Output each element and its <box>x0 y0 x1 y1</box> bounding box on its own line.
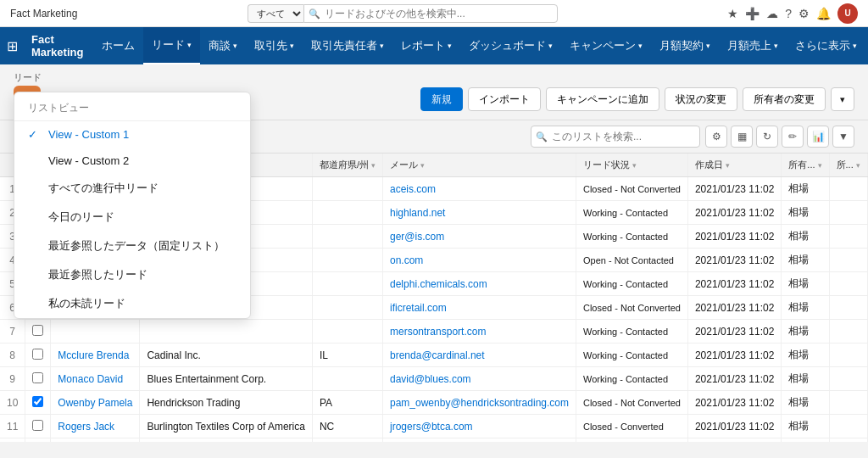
dropdown-item[interactable]: 最近参照したデータ（固定リスト） <box>14 232 250 260</box>
email-cell[interactable]: ificretail.com <box>383 296 576 320</box>
email-link[interactable]: david@blues.com <box>390 373 471 385</box>
email-cell[interactable]: ksynder@tnr.net <box>383 438 576 443</box>
star-icon[interactable]: ★ <box>727 7 738 20</box>
import-button[interactable]: インポート <box>468 87 541 111</box>
email-cell[interactable]: david@blues.com <box>383 367 576 391</box>
change-owner-button[interactable]: 所有者の変更 <box>743 87 826 111</box>
search-list-wrap: 🔍 <box>531 126 700 148</box>
email-cell[interactable]: delphi.chemicals.com <box>383 272 576 296</box>
owner-cell: 相場 <box>782 177 829 201</box>
nav-item-monthly-contract[interactable]: 月額契約 ▾ <box>651 27 719 64</box>
nav-item-monthly-sales[interactable]: 月額売上 ▾ <box>719 27 787 64</box>
row-checkbox[interactable] <box>32 372 43 383</box>
name-cell[interactable]: Rogers Jack <box>51 415 140 438</box>
email-cell[interactable]: mersontransport.com <box>383 320 576 344</box>
new-button[interactable]: 新規 <box>420 87 463 111</box>
row-checkbox[interactable] <box>32 396 43 407</box>
email-cell[interactable]: brenda@cardinal.net <box>383 344 576 367</box>
name-link[interactable]: Monaco David <box>58 373 123 385</box>
col-date[interactable]: 作成日▾ <box>687 154 781 177</box>
name-cell[interactable]: Mcclure Brenda <box>51 344 140 367</box>
row-checkbox[interactable] <box>32 325 43 336</box>
nav-item-accounts[interactable]: 取引先 ▾ <box>246 27 303 64</box>
nav-item-campaigns[interactable]: キャンペーン ▾ <box>561 27 651 64</box>
nav-item-dashboard[interactable]: ダッシュボード ▾ <box>460 27 561 64</box>
settings-icon[interactable]: ⚙ <box>705 126 727 148</box>
dropdown-item[interactable]: 私の未読リード <box>14 289 250 318</box>
row-checkbox[interactable] <box>32 420 43 431</box>
email-link[interactable]: delphi.chemicals.com <box>390 278 487 290</box>
email-link[interactable]: jrogers@btca.com <box>390 421 473 433</box>
filter-icon[interactable]: ▼ <box>832 126 854 148</box>
change-status-button[interactable]: 状況の変更 <box>665 87 737 111</box>
cloud-icon[interactable]: ☁ <box>766 7 778 20</box>
nav-item-contacts[interactable]: 取引先責任者 ▾ <box>303 27 392 64</box>
col-email[interactable]: メール▾ <box>383 154 576 177</box>
nav-item-home[interactable]: ホーム <box>93 27 143 64</box>
row-checkbox-cell[interactable] <box>25 344 51 367</box>
dropdown-item[interactable]: 今日のリード <box>14 203 250 232</box>
email-link[interactable]: highland.net <box>390 207 445 219</box>
bell-icon[interactable]: 🔔 <box>816 7 831 20</box>
grid-icon[interactable]: ⊞ <box>7 38 18 54</box>
more-actions-caret[interactable]: ▾ <box>831 87 854 111</box>
nav-item-deals[interactable]: 商談 ▾ <box>200 27 246 64</box>
email-cell[interactable]: pam_owenby@hendricksontrading.com <box>383 391 576 415</box>
email-cell[interactable]: on.com <box>383 249 576 272</box>
search-input[interactable] <box>303 4 558 23</box>
row-checkbox-cell[interactable] <box>25 438 51 443</box>
email-cell[interactable]: ger@is.com <box>383 225 576 249</box>
email-link[interactable]: aceis.com <box>390 183 436 195</box>
col-extra[interactable]: 所...▾ <box>829 154 867 177</box>
col-state[interactable]: 都道府県/州▾ <box>312 154 382 177</box>
row-checkbox-cell[interactable] <box>25 367 51 391</box>
refresh-icon[interactable]: ↻ <box>756 126 778 148</box>
email-link[interactable]: ificretail.com <box>390 302 447 314</box>
name-link[interactable]: Rogers Jack <box>58 421 114 433</box>
name-cell[interactable]: Owenby Pamela <box>51 391 140 415</box>
add-campaign-button[interactable]: キャンペーンに追加 <box>546 87 659 111</box>
dropdown-item[interactable]: すべての進行中リード <box>14 174 250 203</box>
dropdown-item[interactable]: 最近参照したリード <box>14 260 250 289</box>
name-link[interactable]: Owenby Pamela <box>58 397 132 409</box>
state-cell: NC <box>312 415 382 438</box>
search-list-input[interactable] <box>531 126 700 148</box>
email-link[interactable]: pam_owenby@hendricksontrading.com <box>390 397 569 409</box>
email-cell[interactable]: jrogers@btca.com <box>383 415 576 438</box>
name-cell[interactable]: Monaco David <box>51 367 140 391</box>
extra-cell <box>829 272 867 296</box>
gear-icon[interactable]: ⚙ <box>798 7 810 20</box>
status-cell: Working - Contacted <box>576 367 687 391</box>
email-link[interactable]: brenda@cardinal.net <box>390 349 485 361</box>
email-link[interactable]: ger@is.com <box>390 231 444 243</box>
email-link[interactable]: mersontransport.com <box>390 326 486 338</box>
email-cell[interactable]: highland.net <box>383 201 576 225</box>
chart-icon[interactable]: 📊 <box>807 126 829 148</box>
search-select[interactable]: すべて <box>248 4 303 23</box>
date-cell: 2021/01/23 11:02 <box>687 367 781 391</box>
nav-item-leads[interactable]: リード ▾ <box>143 27 200 64</box>
col-owner[interactable]: 所有...▾ <box>782 154 829 177</box>
avatar[interactable]: U <box>837 3 858 24</box>
status-cell: Open - Not Contacted <box>576 249 687 272</box>
col-status[interactable]: リード状況▾ <box>576 154 687 177</box>
state-cell <box>312 177 382 201</box>
columns-icon[interactable]: ▦ <box>731 126 753 148</box>
row-checkbox-cell[interactable] <box>25 391 51 415</box>
plus-icon[interactable]: ➕ <box>745 7 760 20</box>
nav-item-reports[interactable]: レポート ▾ <box>392 27 460 64</box>
email-cell[interactable]: aceis.com <box>383 177 576 201</box>
help-icon[interactable]: ? <box>785 7 792 20</box>
extra-cell <box>829 201 867 225</box>
row-checkbox-cell[interactable] <box>25 415 51 438</box>
row-checkbox-cell[interactable] <box>25 320 51 344</box>
email-link[interactable]: on.com <box>390 254 423 266</box>
dropdown-item[interactable]: ✓View - Custom 1 <box>14 121 250 148</box>
table-row: 8 Mcclure Brenda Cadinal Inc. IL brenda@… <box>0 344 868 367</box>
edit-icon[interactable]: ✏ <box>782 126 804 148</box>
nav-item-more[interactable]: さらに表示 ▾ <box>787 27 865 64</box>
name-link[interactable]: Mcclure Brenda <box>58 349 129 361</box>
row-checkbox[interactable] <box>32 349 43 360</box>
dropdown-item[interactable]: View - Custom 2 <box>14 148 250 174</box>
name-cell[interactable]: Snyder Kathy <box>51 438 140 443</box>
